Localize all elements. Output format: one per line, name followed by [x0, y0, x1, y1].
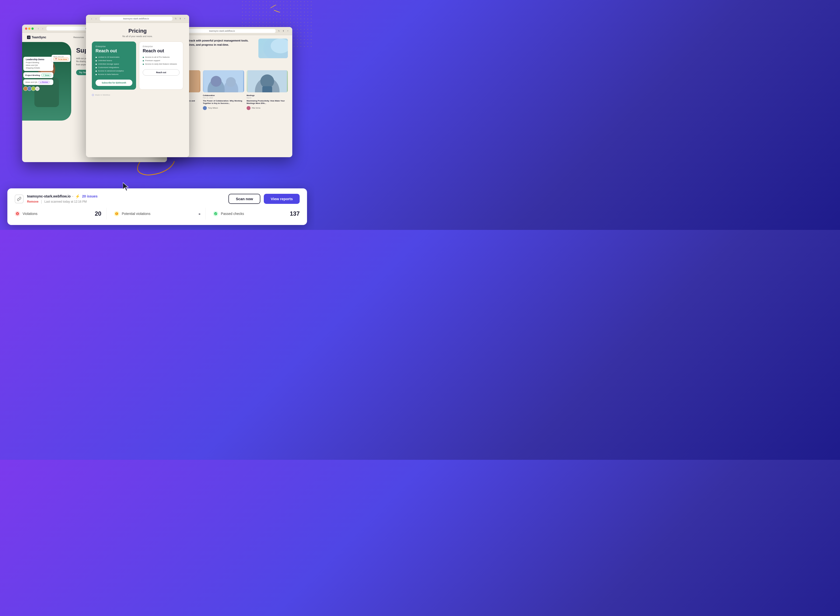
right-feature-1: Access to all of Pro features: [143, 56, 180, 58]
pricing-subtitle: fits all of your needs and more.: [92, 35, 183, 38]
webflow-badge-pricing: ⬡ Made in Webflow: [92, 94, 183, 96]
clock-icon: ⏰: [55, 58, 57, 60]
right-bullet-2: [143, 60, 144, 62]
review-badge: ● Review: [38, 81, 50, 84]
logo-icon: [27, 36, 31, 39]
passed-value: 137: [290, 210, 300, 217]
scan-url-row: teamsync-stark.webflow.io - ⚡ 20 issues: [27, 194, 98, 199]
article-2-date: Feb 10, 2023: [203, 97, 244, 99]
violations-label: Violations: [23, 212, 92, 216]
add-member-button[interactable]: +: [35, 87, 40, 91]
svg-point-12: [211, 76, 221, 87]
bullet-5: [95, 70, 97, 72]
violations-stat: ✕ Violations 20: [15, 208, 101, 220]
enterprise-title-right: Reach out: [143, 48, 180, 54]
bullet-1: [95, 57, 97, 58]
article-3-category: Meetings: [246, 94, 288, 97]
scan-separator: -: [72, 194, 73, 198]
scan-url-info: teamsync-stark.webflow.io - ⚡ 20 issues …: [27, 194, 98, 204]
scan-last-scanned: Last scanned today at 12:16 PM: [44, 200, 87, 203]
hero-shape-illustration: [258, 38, 288, 58]
ideas-review-card: Ideas and QA ● Review: [23, 79, 53, 85]
scan-panel: teamsync-stark.webflow.io - ⚡ 20 issues …: [7, 188, 307, 225]
pricing-url-bar[interactable]: teamsync-stark.webflow.io: [100, 17, 172, 21]
nav-resources[interactable]: Resources: [73, 36, 84, 38]
article-2-title: The Power of Collaboration: Why Working …: [203, 100, 244, 105]
article-3-date: March: [246, 97, 288, 99]
done-badge: ✓ Done: [41, 73, 51, 77]
potential-violations-stat: ! Potential violations -: [106, 208, 201, 220]
article-3: Meetings March Maximizing Productivity: …: [246, 70, 288, 110]
feature-4: Customized integrations: [95, 66, 132, 69]
link-icon: [17, 197, 21, 201]
leadership-demo-card: Leadership Demo Project Briefing Ideas a…: [23, 57, 53, 71]
minimize-button[interactable]: [28, 28, 31, 30]
forward-arrow-icon[interactable]: ›: [41, 27, 44, 30]
card-title: Leadership Demo: [26, 58, 51, 61]
article-2-category: Collaboration: [203, 94, 244, 97]
maximize-button[interactable]: [31, 28, 34, 30]
project-briefing-done-card: Project Briefing ✓ Done: [23, 72, 53, 78]
feature-6: Access to beta features: [95, 73, 132, 75]
pricing-browser-window: ‹ › teamsync-stark.webflow.io ↻ ⬆ + Pric…: [86, 15, 189, 157]
right-bullet-1: [143, 57, 144, 58]
svg-text:✕: ✕: [16, 213, 18, 215]
article-2: Collaboration Feb 10, 2023 The Power of …: [203, 70, 244, 110]
back-arrow-icon[interactable]: ‹: [37, 27, 40, 30]
article-2-author-row: Tony Wilson: [203, 106, 244, 110]
svg-rect-18: [262, 86, 272, 92]
task-project-briefing: Project Briefing: [26, 62, 51, 64]
task-shipping: Shipping Details: [26, 67, 51, 69]
pricing-share-icon[interactable]: ⬆: [179, 17, 182, 20]
scan-remove-button[interactable]: Remove: [27, 200, 38, 203]
right-browser-actions: ↻ ⬆ +: [277, 29, 289, 32]
feature-2: Unlimited teams: [95, 59, 132, 62]
pricing-forward-icon[interactable]: ›: [94, 17, 98, 21]
enterprise-featured-card: Enterprise Reach out Limited to 10 teamm…: [92, 41, 136, 89]
feature-5: Access to advanced analytics: [95, 70, 132, 72]
enterprise-title-left: Reach out: [95, 48, 132, 54]
right-share-icon[interactable]: ⬆: [282, 29, 285, 32]
pricing-content: Pricing fits all of your needs and more.…: [86, 23, 189, 156]
pricing-cards: Enterprise Reach out Limited to 10 teamm…: [92, 41, 183, 89]
right-feature-2: Premium support: [143, 59, 180, 62]
ideas-qa-badge-card: Ideas and QA ⏰ To be done: [51, 55, 70, 62]
svg-point-17: [260, 75, 274, 88]
pricing-bookmark-icon[interactable]: +: [183, 17, 186, 20]
subscribe-button[interactable]: Subscribe for $20/month: [95, 79, 132, 86]
scan-action-buttons: Scan now View reports: [229, 194, 300, 204]
pricing-refresh-icon[interactable]: ↻: [174, 17, 177, 20]
warning-icon: !: [114, 211, 119, 216]
badge-group: Ideas and QA ⏰ To be done: [51, 55, 70, 62]
team-avatars: +: [23, 87, 53, 91]
task-ideas-qa: Ideas and QA: [26, 64, 51, 66]
bullet-4: [95, 67, 97, 68]
scan-meta-separator: |: [41, 199, 42, 204]
todo-badge: ⏰ To be done: [53, 57, 69, 61]
right-refresh-icon[interactable]: ↻: [277, 29, 280, 32]
ideas-qa-label: Ideas and QA: [53, 56, 69, 57]
feature-1: Limited to 10 teammates: [95, 56, 132, 58]
scan-link-icon: [15, 195, 23, 203]
pricing-browser-bar: ‹ › teamsync-stark.webflow.io ↻ ⬆ +: [86, 15, 189, 23]
success-icon: [213, 211, 218, 216]
bullet-3: [95, 64, 97, 65]
article-3-title: Maximizing Productivity: How Make Your M…: [246, 100, 288, 105]
view-reports-button[interactable]: View reports: [264, 194, 300, 204]
pricing-back-icon[interactable]: ‹: [90, 17, 93, 21]
violations-icon: ✕: [15, 211, 20, 216]
scan-now-button[interactable]: Scan now: [229, 194, 260, 204]
project-briefing-label: Project Briefing: [25, 74, 40, 76]
right-bookmark-icon[interactable]: +: [286, 29, 289, 32]
right-feature-3: Access to early bird feature releases: [143, 63, 180, 65]
ideas-qa-review-label: Ideas and QA: [25, 81, 37, 83]
right-hero-image: [258, 38, 288, 58]
success-circle-icon: [214, 212, 217, 216]
author-2-avatar: [203, 106, 207, 110]
reach-out-button[interactable]: Reach out: [143, 69, 180, 76]
window-controls: [25, 28, 34, 30]
pricing-title: Pricing: [92, 28, 183, 34]
scan-stats-row: ✕ Violations 20 ! Potential violations -: [15, 208, 300, 220]
scan-panel-top-row: teamsync-stark.webflow.io - ⚡ 20 issues …: [15, 194, 300, 204]
close-button[interactable]: [25, 28, 27, 30]
